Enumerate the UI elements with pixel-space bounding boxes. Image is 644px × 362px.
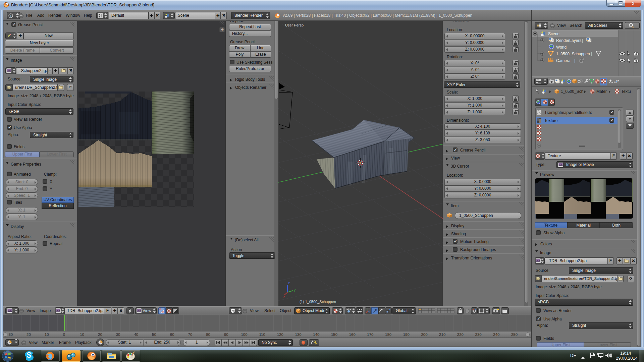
svg-text:i: i xyxy=(10,14,11,18)
svg-text:(1) 1_0500_Schuppen: (1) 1_0500_Schuppen xyxy=(300,300,336,304)
svg-text:1_0500_Schuppen: 1_0500_Schuppen xyxy=(556,52,590,56)
svg-text:RenderLayers: RenderLayers xyxy=(556,38,581,43)
svg-text:User Persp: User Persp xyxy=(285,23,304,27)
svg-text:|: | xyxy=(582,38,583,43)
svg-text:z: z xyxy=(288,281,290,285)
svg-text:1_0500_Sch: 1_0500_Sch xyxy=(561,89,583,94)
svg-text:Camera: Camera xyxy=(556,58,571,63)
svg-text:Mater: Mater xyxy=(596,89,607,94)
svg-text:y: y xyxy=(294,288,296,292)
svg-text:x: x xyxy=(283,295,285,298)
svg-text:Scene: Scene xyxy=(548,32,559,36)
svg-text:Textu: Textu xyxy=(621,89,631,94)
svg-text:World: World xyxy=(556,45,567,50)
svg-text:|: | xyxy=(591,52,592,56)
svg-text:|: | xyxy=(574,58,575,63)
